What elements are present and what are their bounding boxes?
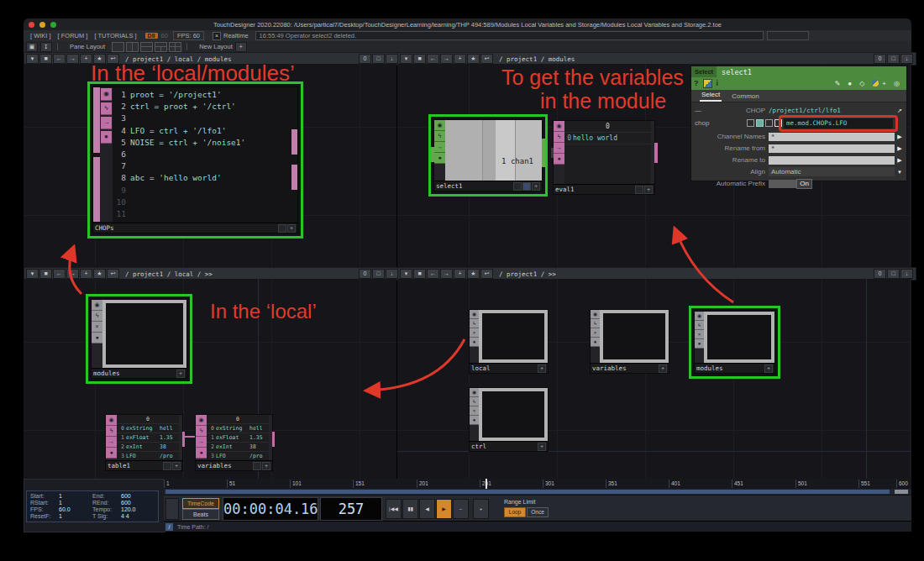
fps-field[interactable]: FPS: 60	[173, 31, 204, 40]
bypass-flag-icon[interactable]: →	[196, 437, 207, 448]
tutorials-link[interactable]: [ TUTORIALS ]	[94, 32, 136, 39]
dropdown-arrow-icon[interactable]: ▼	[895, 170, 905, 175]
nav-back-icon[interactable]: ←	[53, 269, 66, 279]
align-dropdown[interactable]: Automatic	[769, 167, 895, 176]
bypass-flag-icon[interactable]: →	[101, 117, 112, 129]
node-name-bar[interactable]: eval1 +	[554, 184, 654, 194]
bookmark-icon[interactable]: ★	[467, 54, 480, 64]
node-name-bar[interactable]: table1 +	[106, 460, 182, 470]
lock-flag-icon[interactable]: ●	[470, 338, 479, 347]
help-icon[interactable]: ?	[694, 79, 699, 87]
title-bar[interactable]: TouchDesigner 2020.22080: /Users/partica…	[24, 18, 911, 30]
pane-add-icon[interactable]: +	[454, 54, 466, 64]
toggle-on-label[interactable]: On	[796, 179, 812, 189]
node-name-bar[interactable]: ctrl +	[470, 441, 548, 451]
tab-common[interactable]: Common	[730, 92, 760, 102]
pause-button[interactable]: ▮▮	[402, 499, 418, 519]
channel-names-field[interactable]: *	[769, 133, 895, 141]
jump-icon[interactable]: ↩	[480, 54, 493, 64]
node-select1[interactable]: ◉ ϟ → ● 1 chan1 select1 +	[433, 119, 543, 191]
play-mode-button[interactable]	[165, 498, 179, 520]
performance-badge[interactable]: DII	[145, 33, 158, 39]
layout-preset-quad[interactable]	[169, 42, 181, 52]
pane-menu-icon[interactable]: ▾	[400, 54, 412, 64]
nav-back-icon[interactable]: ←	[427, 269, 439, 279]
dat-output-connector[interactable]	[654, 143, 658, 163]
comment-icon[interactable]: ●	[848, 80, 852, 87]
cook-flag-icon[interactable]: ϟ	[695, 321, 704, 330]
dat-output-connector[interactable]	[272, 432, 275, 447]
viewer-flag-icon[interactable]: ◉	[695, 312, 704, 321]
wrangle-icon[interactable]: ◇	[859, 80, 864, 87]
node-name-bar[interactable]: local +	[470, 363, 548, 373]
pane-stop-icon[interactable]: ■	[413, 269, 426, 279]
node-local[interactable]: ◉ ϟ × ● local +	[469, 309, 549, 374]
cook-flag-icon[interactable]: ϟ	[106, 426, 117, 437]
node-name-bar[interactable]: modules +	[695, 363, 774, 373]
node-name-bar[interactable]: CHOPs +	[93, 223, 297, 233]
realtime-checkbox[interactable]: ×	[213, 32, 221, 40]
node-modules-root[interactable]: ◉ ϟ × ● modules +	[694, 311, 775, 374]
cook-flag-icon[interactable]: ϟ	[196, 426, 207, 437]
viewer-flag-icon[interactable]: ◉	[470, 310, 479, 319]
play-backward-button[interactable]: ◀	[419, 499, 435, 519]
edit-icon[interactable]: ✎	[835, 80, 841, 87]
forum-link[interactable]: [ FORUM ]	[58, 32, 88, 39]
step-minus-button[interactable]: −	[453, 499, 469, 519]
pane-menu-icon[interactable]: ▾	[26, 54, 39, 64]
save-layout-icon[interactable]: ↧	[40, 42, 52, 52]
go-to-start-button[interactable]: |◀◀	[386, 499, 402, 519]
viewer-flag-icon[interactable]: ◉	[591, 310, 600, 319]
lock-flag-icon[interactable]: ●	[554, 154, 564, 165]
node-expand-icon[interactable]: +	[262, 462, 270, 470]
viewer-flag-icon[interactable]: ◉	[554, 121, 564, 132]
add-icon[interactable]: +	[882, 80, 886, 87]
collapse-pane-icon[interactable]: ↓	[900, 269, 913, 279]
mode-checkbox[interactable]	[765, 119, 773, 127]
expr-bracket-icon[interactable]	[774, 119, 782, 127]
node-variables-comp[interactable]: ◉ ϟ × ● variables +	[590, 309, 669, 374]
nav-back-icon[interactable]: ←	[53, 54, 66, 64]
auto-prefix-toggle[interactable]: On	[769, 180, 797, 188]
node-flag-button[interactable]	[163, 462, 171, 470]
add-layout-button[interactable]: +	[235, 42, 247, 52]
step-plus-button[interactable]: +	[473, 499, 489, 519]
row-collapse-handle[interactable]: —	[695, 107, 701, 114]
viewer-flag-icon[interactable]: ◉	[92, 300, 102, 311]
timeline-info-panel[interactable]: Start:1 RStart:1 FPS:60.0 ResetF:1 End:6…	[26, 490, 159, 522]
bookmark-icon[interactable]: ★	[93, 269, 106, 279]
node-expand-icon[interactable]: +	[644, 186, 653, 194]
time-path-icon[interactable]: /	[165, 523, 173, 531]
nav-forward-icon[interactable]: →	[440, 54, 453, 64]
loop-button[interactable]: Loop	[504, 507, 526, 517]
node-expand-icon[interactable]: +	[172, 462, 181, 470]
node-name-bar[interactable]: variables +	[591, 363, 669, 373]
bypass-flag-icon[interactable]: ×	[470, 328, 479, 338]
node-table1[interactable]: ◉ ϟ → ● 0 0exStringhell 1exFloat1.35 2ex…	[105, 414, 183, 471]
jump-icon[interactable]: ↩	[107, 269, 119, 279]
maximize-pane-icon[interactable]: □	[372, 269, 385, 279]
pane-menu-icon[interactable]: ▾	[400, 269, 412, 279]
nav-forward-icon[interactable]: →	[440, 269, 453, 279]
pane-menu-icon[interactable]: ▾	[26, 269, 39, 279]
collapse-pane-icon[interactable]: ↓	[900, 54, 913, 64]
node-modules-local[interactable]: ◉ ϟ × ● modules +	[91, 299, 187, 379]
lock-flag-icon[interactable]: ●	[434, 153, 445, 164]
cook-flag-icon[interactable]: ϟ	[591, 319, 600, 328]
layout-preset-three-pane[interactable]	[155, 42, 167, 52]
lock-flag-icon[interactable]: ●	[470, 416, 479, 425]
dat-input-connector[interactable]	[551, 148, 554, 158]
breadcrumb[interactable]: / project1 / modules	[499, 55, 575, 63]
collapse-pane-icon[interactable]: ↓	[386, 269, 398, 279]
parameter-header[interactable]: Select select1 ? i ✎ ● ◇ + ◎	[691, 66, 906, 90]
layout-preset-split-vertical[interactable]	[126, 42, 139, 52]
bypass-flag-icon[interactable]: ×	[591, 328, 600, 338]
menu-arrow-icon[interactable]: ▶	[895, 145, 905, 152]
timecode-mode-button[interactable]: TimeCode	[182, 498, 219, 509]
dat-output-connector[interactable]	[291, 87, 297, 222]
layout-preset-single[interactable]	[112, 42, 124, 52]
node-ctrl[interactable]: ◉ ϟ × ● ctrl +	[469, 387, 549, 452]
node-expand-icon[interactable]: +	[538, 364, 546, 373]
node-variables-dat[interactable]: ◉ ϟ → ● 0 0exStringhell 1exFloat1.35 2ex…	[195, 414, 273, 471]
op-picker-icon[interactable]: ↗	[895, 107, 905, 114]
